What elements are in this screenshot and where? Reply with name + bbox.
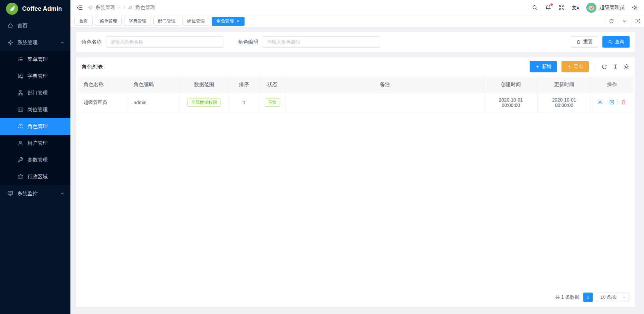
gear-icon xyxy=(7,40,13,46)
tabbar-controls xyxy=(605,15,644,27)
chevron-down-icon xyxy=(622,296,626,299)
toolbar-divider xyxy=(595,64,595,70)
maximize-icon[interactable] xyxy=(631,15,644,27)
sidebar-item-system-monitor[interactable]: 系统监控 xyxy=(0,185,70,202)
col-created-at[interactable]: 创建时间 xyxy=(484,77,538,92)
refresh-icon[interactable] xyxy=(605,15,618,27)
pagination: 共 1 条数据 1 10 条/页 xyxy=(76,288,635,307)
settings-gear-icon[interactable] xyxy=(632,4,638,11)
col-role-name[interactable]: 角色名称 xyxy=(78,77,128,92)
role-code-label: 角色编码 xyxy=(238,39,258,45)
user-icon xyxy=(17,140,23,146)
sidebar-item-home[interactable]: 首页 xyxy=(0,17,70,34)
role-code-input[interactable] xyxy=(263,36,380,48)
table-header-row: 角色名称 角色编码 数据范围 排序 状态 备注 创建时间 更新时间 操作 xyxy=(78,77,633,92)
search-icon[interactable] xyxy=(532,4,538,11)
fullscreen-icon[interactable] xyxy=(558,4,565,11)
page-1-button[interactable]: 1 xyxy=(583,293,593,302)
col-remark[interactable]: 备注 xyxy=(286,77,484,92)
app-title: Coffee Admin xyxy=(22,5,62,12)
chevron-down-icon[interactable] xyxy=(618,15,631,27)
sidebar-item-param-management[interactable]: 参数管理 xyxy=(0,151,70,168)
sidebar-item-system-management[interactable]: 系统管理 xyxy=(0,34,70,51)
export-button[interactable]: 导出 xyxy=(561,61,589,72)
translate-cn-glyph: 文 xyxy=(572,5,577,10)
sidebar-item-dict-management[interactable]: 字典管理 xyxy=(0,68,70,84)
role-list-card: 角色列表 新增 导出 xyxy=(76,57,635,307)
table-settings-gear-icon[interactable] xyxy=(623,64,630,70)
translate-en-glyph: A xyxy=(577,6,579,10)
wrench-icon xyxy=(17,157,23,163)
sidebar-collapse-button[interactable] xyxy=(75,3,85,12)
cell-created-at: 2020-10-01 00:00:00 xyxy=(484,92,538,113)
row-permission-gear-icon[interactable] xyxy=(597,100,603,105)
sidebar-item-menu-management[interactable]: 菜单管理 xyxy=(0,51,70,68)
sidebar-item-label: 菜单管理 xyxy=(28,56,64,63)
col-status[interactable]: 状态 xyxy=(259,77,285,92)
row-height-icon[interactable] xyxy=(612,64,619,70)
sidebar-item-label: 行政区域 xyxy=(28,174,64,180)
sidebar-item-label: 参数管理 xyxy=(28,157,64,163)
pagination-total: 共 1 条数据 xyxy=(555,294,579,300)
search-icon xyxy=(608,40,612,44)
breadcrumb-current[interactable]: 角色管理 xyxy=(135,4,155,11)
row-delete-trash-icon[interactable] xyxy=(621,100,626,105)
notifications-bell-icon[interactable] xyxy=(545,4,551,11)
tab-label: 菜单管理 xyxy=(100,18,117,24)
cell-updated-at: 2020-10-01 00:00:00 xyxy=(537,92,591,113)
sidebar-item-dept-management[interactable]: 部门管理 xyxy=(0,84,70,101)
close-icon[interactable] xyxy=(236,19,240,23)
sidebar-item-post-management[interactable]: 岗位管理 xyxy=(0,101,70,118)
cell-sort: 1 xyxy=(229,92,259,113)
cell-remark xyxy=(286,92,484,113)
table-row[interactable]: 超级管理员 admin 全部数据权限 1 正常 2020-10-01 00:00… xyxy=(78,92,633,113)
chevron-down-icon xyxy=(60,191,64,195)
user-menu[interactable]: 超级管理员 xyxy=(586,3,625,13)
tab-label: 部门管理 xyxy=(158,18,175,24)
sidebar-item-role-management[interactable]: 角色管理 xyxy=(0,118,70,135)
tab-menu-management[interactable]: 菜单管理 xyxy=(95,17,122,26)
col-sort[interactable]: 排序 xyxy=(229,77,259,92)
tab-dict-management[interactable]: 字典管理 xyxy=(124,17,151,26)
sidebar-item-admin-region[interactable]: 行政区域 xyxy=(0,168,70,185)
role-name-input[interactable] xyxy=(106,36,223,48)
col-updated-at[interactable]: 更新时间 xyxy=(537,77,591,92)
id-card-icon xyxy=(17,107,23,113)
sidebar-item-user-management[interactable]: 用户管理 xyxy=(0,135,70,151)
translate-icon[interactable]: 文A xyxy=(572,5,579,10)
sidebar-item-label: 岗位管理 xyxy=(28,107,64,113)
tab-home[interactable]: 首页 xyxy=(74,17,93,26)
tab-post-management[interactable]: 岗位管理 xyxy=(182,17,209,26)
tab-dept-management[interactable]: 部门管理 xyxy=(153,17,180,26)
tab-label: 岗位管理 xyxy=(187,18,205,24)
sidebar-item-label: 字典管理 xyxy=(28,73,64,79)
row-actions xyxy=(597,100,626,105)
col-data-scope[interactable]: 数据范围 xyxy=(179,77,229,92)
download-icon xyxy=(567,64,572,69)
query-button[interactable]: 查询 xyxy=(602,36,630,48)
page-content: 角色名称 角色编码 重置 查询 角色列表 xyxy=(70,27,644,314)
tab-label: 字典管理 xyxy=(129,18,146,24)
list-icon xyxy=(17,56,23,62)
cell-actions xyxy=(591,92,633,113)
table-refresh-icon[interactable] xyxy=(601,64,607,70)
role-name-label: 角色名称 xyxy=(82,39,102,45)
main-area: 系统管理 / 角色管理 文A xyxy=(70,0,644,314)
add-button[interactable]: 新增 xyxy=(530,61,557,72)
bank-icon xyxy=(17,174,23,180)
card-actions: 新增 导出 xyxy=(530,61,630,72)
status-badge: 正常 xyxy=(265,99,280,107)
col-role-code[interactable]: 角色编码 xyxy=(128,77,179,92)
breadcrumb-separator: / xyxy=(123,5,125,10)
breadcrumb-parent[interactable]: 系统管理 xyxy=(95,4,115,11)
card-title: 角色列表 xyxy=(82,63,103,70)
sidebar-item-label: 首页 xyxy=(17,23,64,29)
tab-role-management[interactable]: 角色管理 xyxy=(212,17,245,26)
reset-button[interactable]: 重置 xyxy=(571,36,598,48)
table-empty-space xyxy=(76,113,635,288)
sidebar-item-label: 用户管理 xyxy=(28,140,64,146)
action-divider xyxy=(606,100,606,104)
page-size-select[interactable]: 10 条/页 xyxy=(597,293,629,302)
row-edit-icon[interactable] xyxy=(609,100,614,105)
sidebar-item-label: 系统管理 xyxy=(17,40,60,46)
